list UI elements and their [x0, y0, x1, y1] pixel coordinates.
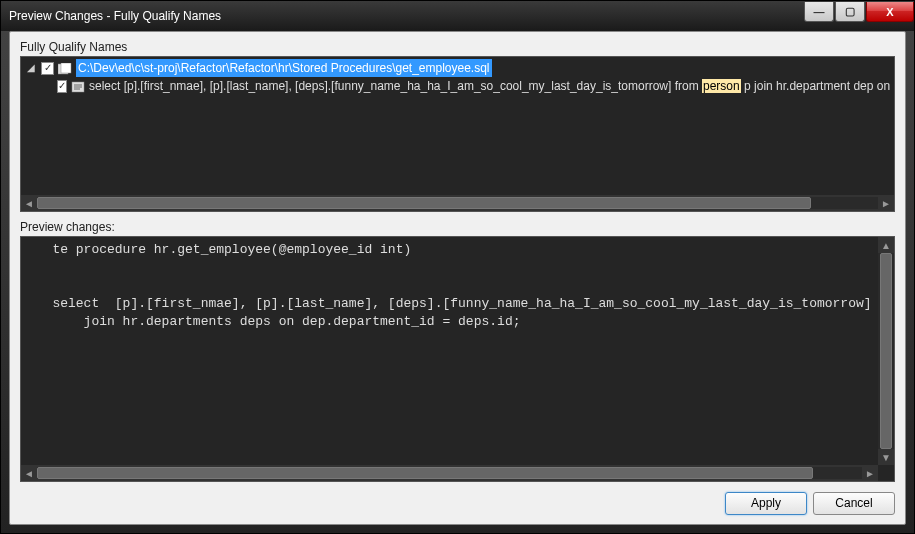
scroll-down-icon[interactable]: ▼ [878, 449, 894, 465]
dialog-footer: Apply Cancel [20, 482, 895, 516]
scroll-right-icon[interactable]: ► [878, 195, 894, 211]
preview-code-panel: te procedure hr.get_employee(@employee_i… [20, 236, 895, 482]
child-text-post: p join hr.department dep on p. [741, 79, 895, 93]
expand-collapse-icon[interactable]: ◢ [25, 59, 37, 77]
scroll-track[interactable] [37, 197, 878, 209]
changes-tree-panel: ◢ ✓ C:\Dev\ed\c\st-proj\Refactor\Refacto… [20, 56, 895, 212]
code-line-1: te procedure hr.get_employee(@employee_i… [29, 242, 411, 257]
cancel-button[interactable]: Cancel [813, 492, 895, 515]
scroll-left-icon[interactable]: ◄ [21, 195, 37, 211]
fully-qualify-label: Fully Qualify Names [20, 40, 895, 54]
window-title: Preview Changes - Fully Qualify Names [9, 9, 803, 23]
v-scroll-track[interactable] [878, 253, 894, 449]
root-checkbox[interactable]: ✓ [41, 62, 54, 75]
scroll-right-icon[interactable]: ► [862, 465, 878, 481]
code-line-icon [71, 80, 85, 92]
child-code-line: select [p].[first_nmae], [p].[last_name]… [89, 77, 895, 95]
preview-changes-label: Preview changes: [20, 220, 895, 234]
minimize-button[interactable]: — [804, 2, 834, 22]
child-text-pre: select [p].[first_nmae], [p].[last_name]… [89, 79, 702, 93]
scroll-left-icon[interactable]: ◄ [21, 465, 37, 481]
tree-child-row[interactable]: ✓ select [p].[first_nmae], [p].[last_nam… [25, 77, 890, 95]
preview-vertical-scrollbar[interactable]: ▲ ▼ [878, 237, 894, 465]
tree-horizontal-scrollbar[interactable]: ◄ ► [21, 195, 894, 211]
window-buttons: — ▢ X [803, 2, 914, 24]
tree-root-row[interactable]: ◢ ✓ C:\Dev\ed\c\st-proj\Refactor\Refacto… [25, 59, 890, 77]
preview-horizontal-scrollbar[interactable]: ◄ ► [21, 465, 878, 481]
maximize-button[interactable]: ▢ [835, 2, 865, 22]
preview-code: te procedure hr.get_employee(@employee_i… [21, 237, 894, 335]
scroll-up-icon[interactable]: ▲ [878, 237, 894, 253]
tree-inner: ◢ ✓ C:\Dev\ed\c\st-proj\Refactor\Refacto… [21, 57, 894, 97]
svg-rect-1 [61, 63, 71, 73]
v-scroll-thumb[interactable] [880, 253, 892, 449]
h-scroll-track[interactable] [37, 467, 862, 479]
h-scroll-thumb[interactable] [37, 467, 813, 479]
dialog-window: Preview Changes - Fully Qualify Names — … [0, 0, 915, 534]
apply-button[interactable]: Apply [725, 492, 807, 515]
code-line-4: select [p].[first_nmae], [p].[last_name]… [29, 296, 895, 311]
highlight-token: person [702, 79, 741, 93]
scroll-thumb[interactable] [37, 197, 811, 209]
titlebar[interactable]: Preview Changes - Fully Qualify Names — … [1, 1, 914, 31]
sql-file-icon [58, 62, 72, 74]
dialog-content: Fully Qualify Names ◢ ✓ C:\Dev\ed\c\st-p… [9, 31, 906, 525]
code-line-5: join hr.departments deps on dep.departme… [29, 314, 520, 329]
close-button[interactable]: X [866, 2, 914, 22]
child-checkbox[interactable]: ✓ [57, 80, 67, 93]
root-file-path: C:\Dev\ed\c\st-proj\Refactor\Refactor\hr… [76, 59, 492, 77]
